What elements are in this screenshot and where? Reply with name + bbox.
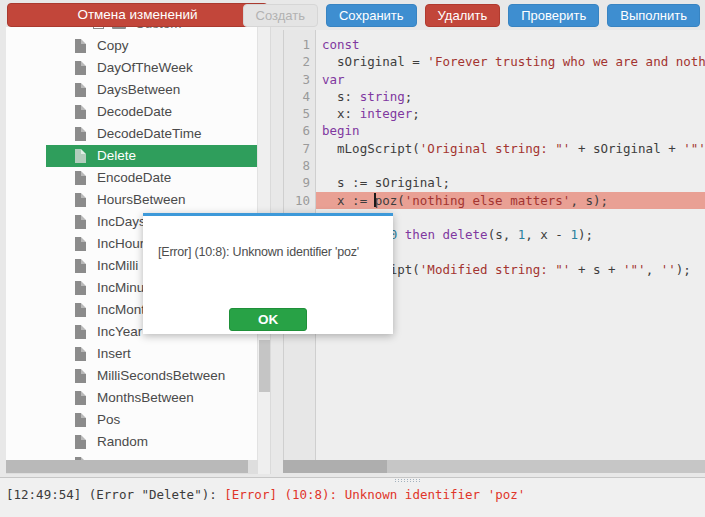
tree-item-label: Delete <box>97 148 136 163</box>
document-icon <box>75 215 86 229</box>
line-number: 2 <box>284 53 316 70</box>
tree-item-delete[interactable]: Delete <box>46 145 258 167</box>
line-number: 9 <box>284 174 316 191</box>
line-number: 6 <box>284 122 316 139</box>
document-icon <box>75 149 86 163</box>
code-text: mLogScript('Original string: "' + sOrigi… <box>316 140 705 157</box>
tree-item-label: IncYear <box>97 324 142 339</box>
tree-item-label: DaysBetween <box>97 82 180 97</box>
tree-item-encodedate[interactable]: EncodeDate <box>6 167 258 189</box>
ok-button[interactable]: OK <box>229 308 307 331</box>
tree-item-label: DecodeDateTime <box>97 126 202 141</box>
tree-item-label: Random <box>97 434 148 449</box>
run-button[interactable]: Выполнить <box>607 4 700 27</box>
line-number: 7 <box>284 140 316 157</box>
tree-item-copy[interactable]: Copy <box>6 35 258 57</box>
tree-item-label: DecodeDate <box>97 104 172 119</box>
log-message: [12:49:54] (Error "Delete"): [Error] (10… <box>6 487 525 502</box>
log-statusbar: [12:49:54] (Error "Delete"): [Error] (10… <box>0 477 705 517</box>
log-timestamp: [12:49:54] (Error "Delete"): <box>6 487 224 502</box>
document-icon <box>75 237 86 251</box>
save-button[interactable]: Сохранить <box>326 4 417 27</box>
tree-item-insert[interactable]: Insert <box>6 343 258 365</box>
tree-item-daysbetween[interactable]: DaysBetween <box>6 79 258 101</box>
code-line-8[interactable]: 8 <box>284 157 705 174</box>
code-line-7[interactable]: 7 mLogScript('Original string: "' + sOri… <box>284 140 705 157</box>
code-text: s := sOriginal; <box>316 174 705 191</box>
tree-item-monthsbetween[interactable]: MonthsBetween <box>6 387 258 409</box>
editor-horizontal-scrollbar-thumb[interactable] <box>283 460 387 473</box>
tree-item-label: DayOfTheWeek <box>97 60 193 75</box>
tree-horizontal-scrollbar[interactable] <box>6 460 258 474</box>
tree-vertical-scrollbar-thumb[interactable] <box>259 340 270 392</box>
code-text: sOriginal = 'Forever trusting who we are… <box>316 53 705 70</box>
line-number: 4 <box>284 88 316 105</box>
document-icon <box>75 347 86 361</box>
tree-item-decodedatetime[interactable]: DecodeDateTime <box>6 123 258 145</box>
collapse-icon[interactable] <box>93 27 104 29</box>
code-line-5[interactable]: 5 x: integer; <box>284 105 705 122</box>
document-icon <box>75 435 86 449</box>
code-text: s: string; <box>316 88 705 105</box>
code-line-9[interactable]: 9 s := sOriginal; <box>284 174 705 191</box>
tree-root-label: Custom <box>135 27 182 31</box>
tree-item-dayoftheweek[interactable]: DayOfTheWeek <box>6 57 258 79</box>
tree-item-label: EncodeDate <box>97 170 171 185</box>
tree-item-hoursbetween[interactable]: HoursBetween <box>6 189 258 211</box>
tree-item-millisecondsbetween[interactable]: MilliSecondsBetween <box>6 365 258 387</box>
code-text <box>316 157 705 174</box>
code-line-6[interactable]: 6begin <box>284 122 705 139</box>
code-line-4[interactable]: 4 s: string; <box>284 88 705 105</box>
tree-item-label: IncDays <box>97 214 146 229</box>
tree-item-pos[interactable]: Pos <box>6 409 258 431</box>
code-text: var <box>316 71 705 88</box>
line-number: 10 <box>284 192 316 209</box>
document-icon <box>75 259 86 273</box>
tree-root-custom[interactable]: Custom <box>6 27 258 35</box>
toolbar-button-group: СоздатьСохранитьУдалитьПроверитьВыполнит… <box>243 4 700 27</box>
text-caret <box>374 193 376 207</box>
tree-item-label: IncMilli <box>97 258 138 273</box>
line-number: 1 <box>284 36 316 53</box>
code-text: begin <box>316 122 705 139</box>
code-line-2[interactable]: 2 sOriginal = 'Forever trusting who we a… <box>284 53 705 70</box>
undo-changes-button[interactable]: Отмена изменений <box>7 3 268 27</box>
error-dialog-message: [Error] (10:8): Unknown identifier 'poz' <box>158 245 359 259</box>
document-icon <box>75 39 86 53</box>
tree-item-label: Copy <box>97 38 129 53</box>
document-icon <box>75 127 86 141</box>
folder-icon <box>112 27 126 29</box>
tree-item-random[interactable]: Random <box>6 431 258 453</box>
tree-item-label: Insert <box>97 346 131 361</box>
code-line-1[interactable]: 1const <box>284 36 705 53</box>
check-button[interactable]: Проверить <box>508 4 599 27</box>
document-icon <box>75 413 86 427</box>
document-icon <box>75 193 86 207</box>
tree-horizontal-scrollbar-thumb[interactable] <box>6 460 248 473</box>
code-line-3[interactable]: 3var <box>284 71 705 88</box>
script-editor-window: Отмена изменений СоздатьСохранитьУдалить… <box>0 0 705 517</box>
tree-item-label: HoursBetween <box>97 192 186 207</box>
document-icon <box>75 61 86 75</box>
splitter-handle[interactable] <box>395 479 421 484</box>
document-icon <box>75 83 86 97</box>
line-number: 3 <box>284 71 316 88</box>
line-number: 5 <box>284 105 316 122</box>
line-number: 8 <box>284 157 316 174</box>
tree-item-decodedate[interactable]: DecodeDate <box>6 101 258 123</box>
tree-scrollbar-corner <box>258 460 271 474</box>
document-icon <box>75 369 86 383</box>
tree-item-label: MilliSecondsBetween <box>97 368 225 383</box>
editor-horizontal-scrollbar[interactable] <box>283 460 705 473</box>
code-text: x: integer; <box>316 105 705 122</box>
tree-item-label: MonthsBetween <box>97 390 194 405</box>
tree-item-label: IncHour <box>97 236 144 251</box>
document-icon <box>75 105 86 119</box>
code-line-10[interactable]: 10 x := poz('nothing else matters', s); <box>284 192 705 209</box>
tree-item-label: IncMont <box>97 302 145 317</box>
document-icon <box>75 391 86 405</box>
delete-button[interactable]: Удалить <box>425 4 501 27</box>
document-icon <box>75 325 86 339</box>
code-text: const <box>316 36 705 53</box>
create-button: Создать <box>243 4 318 27</box>
